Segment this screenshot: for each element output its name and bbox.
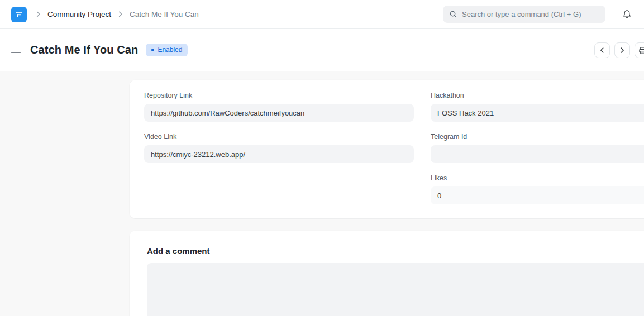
status-badge: Enabled xyxy=(146,44,188,56)
page-header: Catch Me If You Can Enabled xyxy=(0,29,644,71)
bell-icon xyxy=(622,9,632,20)
top-navbar: Community Project Catch Me If You Can xyxy=(0,0,644,29)
print-button[interactable] xyxy=(635,42,644,58)
likes-label: Likes xyxy=(431,174,644,183)
repository-link-label: Repository Link xyxy=(144,92,414,100)
hamburger-icon xyxy=(11,47,21,48)
sidebar-toggle-button[interactable] xyxy=(11,45,25,56)
chevron-right-icon xyxy=(618,46,626,54)
breadcrumb-current-doc[interactable]: Catch Me If You Can xyxy=(130,10,199,18)
breadcrumb-chevron-icon xyxy=(34,10,42,18)
video-link-label: Video Link xyxy=(144,133,414,141)
video-link-field-group: Video Link xyxy=(144,133,414,163)
likes-input[interactable] xyxy=(431,186,644,204)
video-link-input[interactable] xyxy=(144,145,414,163)
breadcrumb-community-project[interactable]: Community Project xyxy=(47,10,111,18)
hackathon-label: Hackathon xyxy=(431,92,644,100)
telegram-id-field-group: Telegram Id xyxy=(431,133,644,163)
next-document-button[interactable] xyxy=(614,42,630,58)
global-search xyxy=(443,6,605,23)
chevron-left-icon xyxy=(598,46,606,54)
printer-icon xyxy=(638,46,644,55)
frappe-f-icon xyxy=(15,10,23,19)
repository-link-field-group: Repository Link xyxy=(144,92,414,122)
page-title: Catch Me If You Can xyxy=(30,44,138,56)
repository-link-input[interactable] xyxy=(144,104,414,122)
status-dot-icon xyxy=(151,49,154,51)
hackathon-input[interactable] xyxy=(431,104,644,122)
frappe-logo[interactable] xyxy=(11,7,27,22)
comment-input[interactable] xyxy=(147,263,644,316)
add-comment-heading: Add a comment xyxy=(147,246,644,256)
search-input[interactable] xyxy=(443,6,605,23)
telegram-id-label: Telegram Id xyxy=(431,133,644,141)
breadcrumb-chevron-icon xyxy=(116,10,125,18)
form-column-right: Hackathon Telegram Id Likes xyxy=(431,92,644,216)
hackathon-field-group: Hackathon xyxy=(431,92,644,122)
app-window: Community Project Catch Me If You Can Ca… xyxy=(0,0,644,316)
likes-field-group: Likes xyxy=(431,174,644,204)
notifications-button[interactable] xyxy=(621,8,633,21)
previous-document-button[interactable] xyxy=(594,42,610,58)
form-column-left: Repository Link Video Link xyxy=(144,92,414,216)
status-badge-label: Enabled xyxy=(158,46,182,54)
telegram-id-input[interactable] xyxy=(431,145,644,163)
comments-card: Add a comment xyxy=(130,231,644,316)
document-nav-actions xyxy=(594,42,644,58)
project-details-card: Repository Link Video Link Hackathon Tel… xyxy=(130,80,644,218)
